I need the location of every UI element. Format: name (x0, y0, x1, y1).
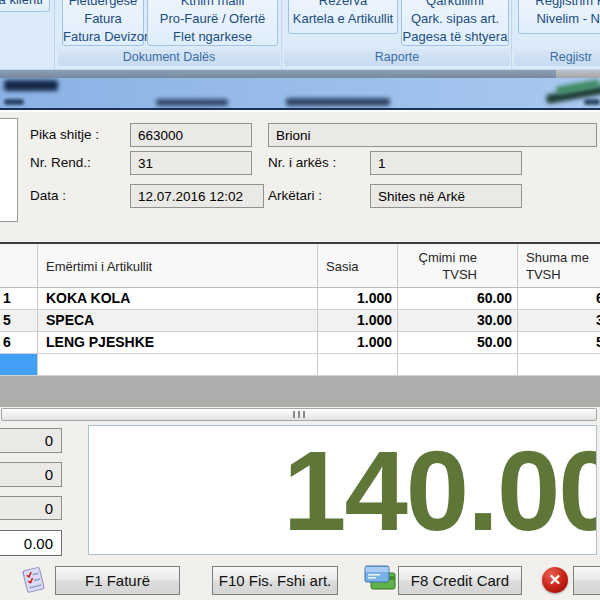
ribbon-button-nivelim[interactable]: Regjistrim Ku Nivelim - Ndr (518, 0, 600, 34)
arketari-label: Arkëtari : (268, 186, 322, 206)
ribbon-button-kartela[interactable]: Rezerva Kartela e Artikullit (288, 0, 398, 34)
ribbon-divider (511, 0, 513, 70)
summary-field-3: 0 (0, 496, 62, 520)
payment-amount-field[interactable]: 0.00 (0, 530, 62, 556)
col-header-num (0, 245, 38, 287)
table-row-empty[interactable] (0, 354, 600, 376)
ribbon-divider (281, 0, 283, 70)
col-header-qty: Sasia (318, 245, 398, 287)
cancel-icon[interactable]: ✕ (542, 567, 568, 593)
row-num: 5 (0, 310, 38, 331)
row-article-name: KOKA KOLA (38, 288, 318, 309)
credit-card-icon[interactable] (362, 562, 398, 595)
row-price: 50.00 (398, 332, 518, 353)
ribbon-button-klienti[interactable]: ga klienti (0, 0, 50, 12)
row-sum: 30.00 (518, 310, 600, 331)
nr-arkes-field: 1 (370, 151, 522, 175)
row-num: 6 (0, 332, 38, 353)
data-field: 12.07.2016 12:02 (130, 184, 264, 208)
summary-field-1: 0 (0, 428, 62, 453)
invoice-checklist-icon[interactable] (17, 565, 49, 596)
row-qty: 1.000 (318, 310, 398, 331)
col-header-name: Emërtimi i Artikullit (38, 245, 318, 287)
table-row[interactable]: 5 SPECA 1.000 30.00 30.00 (0, 310, 600, 332)
ribbon-button-qarkullimi[interactable]: Qarkullimi Qark. sipas art. Pagesa të sh… (401, 0, 509, 46)
row-sum: 50.00 (518, 332, 600, 353)
row-article-name: SPECA (38, 310, 318, 331)
side-partial-box (0, 118, 18, 222)
nr-rend-field: 31 (130, 151, 252, 175)
nr-rend-label: Nr. Rend.: (30, 153, 91, 173)
summary-field-2: 0 (0, 462, 62, 487)
ribbon-divider (54, 0, 56, 70)
window-frame-strip (0, 70, 556, 78)
empty-cell (398, 354, 518, 375)
pika-shitje-label: Pika shitje : (30, 125, 99, 145)
row-sum: 60.00 (518, 288, 600, 309)
blurred-text (4, 99, 24, 105)
blurred-header-band (0, 78, 600, 108)
row-price: 60.00 (398, 288, 518, 309)
table-row[interactable]: 6 LENG PJESHKE 1.000 50.00 50.00 (0, 332, 600, 354)
pika-shitje-code-field: 663000 (130, 123, 252, 147)
blurred-text (4, 80, 58, 91)
data-label: Data : (30, 186, 66, 206)
partial-right-button[interactable] (573, 566, 600, 595)
arketari-field: Shites në Arkë (370, 184, 522, 208)
ribbon-group-dokument-dales: Dokument Dalës (58, 49, 280, 66)
table-header-row: Emërtimi i Artikullit Sasia Çmimi me TVS… (0, 245, 600, 288)
pos-window: ga klienti Fletdërgesë Fatura Fatura Dev… (0, 0, 600, 600)
blurred-text (584, 99, 600, 105)
document-header-form: Pika shitje : 663000 Brioni Nr. Rend.: 3… (0, 112, 600, 242)
total-display-panel: 140.00 (88, 425, 597, 555)
col-header-price: Çmimi me TVSH (398, 245, 518, 287)
table-background-area (0, 376, 600, 407)
separator-line (0, 242, 600, 244)
ribbon-button-profature[interactable]: Kthim malli Pro-Faurë / Ofertë Flet ngar… (147, 0, 278, 46)
ribbon-toolbar: ga klienti Fletdërgesë Fatura Fatura Dev… (0, 0, 600, 70)
row-qty: 1.000 (318, 332, 398, 353)
pika-shitje-name-field: Brioni (268, 123, 597, 147)
row-num: 1 (0, 288, 38, 309)
window-frame-strip-right (556, 70, 600, 78)
splitter-handle[interactable] (1, 408, 597, 421)
row-article-name: LENG PJESHKE (38, 332, 318, 353)
f10-fshi-art-button[interactable]: F10 Fis. Fshi art. (212, 566, 338, 595)
ribbon-group-regjistr: Regjistr (514, 49, 600, 66)
total-display: 140.00 (283, 426, 597, 554)
row-price: 30.00 (398, 310, 518, 331)
nr-arkes-label: Nr. i arkës : (268, 153, 336, 173)
ribbon-group-raporte: Raporte (284, 49, 510, 66)
empty-cell (318, 354, 398, 375)
selected-cell[interactable] (0, 354, 38, 375)
items-table: Emërtimi i Artikullit Sasia Çmimi me TVS… (0, 245, 600, 376)
ribbon-button-fatura[interactable]: Fletdërgesë Fatura Fatura Devizore (62, 0, 144, 46)
row-qty: 1.000 (318, 288, 398, 309)
blurred-text (156, 99, 228, 106)
col-header-sum: Shuma me TVSH (518, 245, 600, 287)
blurred-text (286, 98, 390, 106)
empty-cell (38, 354, 318, 375)
f8-credit-card-button[interactable]: F8 Credit Card (398, 566, 522, 595)
empty-cell (518, 354, 600, 375)
f1-fature-button[interactable]: F1 Faturë (55, 566, 180, 595)
table-row[interactable]: 1 KOKA KOLA 1.000 60.00 60.00 (0, 288, 600, 310)
